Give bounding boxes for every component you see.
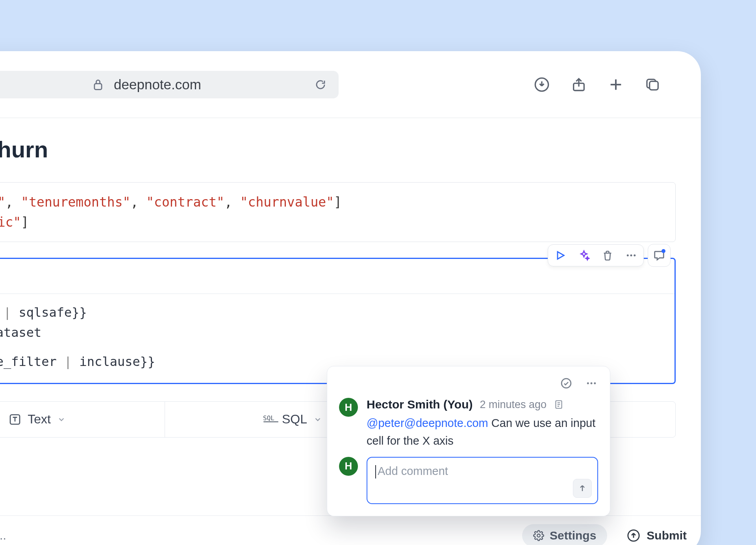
svg-point-12 [587, 382, 589, 384]
comment-author: Hector Smith (You) [367, 398, 472, 411]
chevron-down-icon [57, 415, 66, 424]
button-label: Settings [550, 529, 596, 542]
sparkle-icon[interactable] [577, 249, 591, 262]
svg-point-13 [591, 382, 593, 384]
new-tab-icon[interactable] [607, 76, 624, 93]
sql-block-icon: SQL [263, 413, 276, 426]
add-text-block-button[interactable]: Text [0, 402, 165, 437]
avatar: H [339, 398, 358, 417]
svg-point-6 [634, 255, 636, 257]
bottom-bar: ote AI... Settings Submit [0, 515, 701, 545]
lock-icon [89, 76, 107, 93]
comment-time: 2 minutes ago [480, 399, 547, 411]
trash-icon[interactable] [601, 249, 614, 262]
svg-rect-3 [650, 81, 658, 90]
comment-input-placeholder: Add comment [378, 465, 448, 477]
svg-text:SQL: SQL [263, 414, 274, 422]
comment-text: @peter@deepnote.com Can we use an input … [367, 414, 598, 450]
send-comment-button[interactable] [573, 479, 592, 498]
browser-toolbar: deepnote.com [0, 51, 701, 118]
more-icon[interactable] [624, 249, 638, 262]
avatar: H [339, 457, 358, 476]
browser-window: deepnote.com [0, 51, 701, 545]
cell-toolbar [548, 244, 671, 267]
comment-panel: H Hector Smith (You) 2 minutes ago @pete… [327, 366, 610, 516]
settings-button[interactable]: Settings [522, 524, 607, 545]
mention[interactable]: @peter@deepnote.com [367, 417, 488, 429]
comment-input[interactable]: Add comment [367, 457, 598, 504]
more-icon[interactable] [585, 377, 598, 390]
text-block-icon [9, 413, 21, 426]
address-bar-domain: deepnote.com [114, 77, 201, 92]
reload-icon[interactable] [312, 76, 329, 93]
code-line: "Fiber optic"] [0, 212, 666, 232]
chevron-down-icon [313, 415, 322, 424]
svg-point-4 [627, 255, 629, 257]
page-title: er churn [0, 118, 676, 182]
code-line: ly charges", "tenuremonths", "contract",… [0, 192, 666, 212]
address-bar[interactable]: deepnote.com [0, 71, 339, 98]
code-line: ia.telco_dataset [0, 323, 665, 343]
svg-point-11 [561, 379, 571, 388]
share-icon[interactable] [570, 76, 587, 93]
code-cell[interactable]: ly charges", "tenuremonths", "contract",… [0, 182, 676, 242]
svg-point-9 [537, 534, 540, 537]
button-label: SQL [282, 412, 307, 427]
button-label: Text [28, 412, 51, 427]
tabs-icon[interactable] [644, 76, 662, 93]
svg-rect-0 [94, 83, 102, 89]
svg-point-14 [594, 382, 596, 384]
submit-arrow-icon [627, 529, 640, 542]
svg-point-5 [630, 255, 632, 257]
sql-cell[interactable]: ble: df_1 umn_names) | sqlsafe}} ia.telc… [0, 258, 676, 384]
button-label: Submit [647, 529, 687, 542]
resolve-icon[interactable] [560, 377, 573, 390]
comment-item: H Hector Smith (You) 2 minutes ago @pete… [339, 398, 598, 450]
note-icon [554, 399, 564, 410]
submit-button[interactable]: Submit [627, 529, 687, 542]
downloads-icon[interactable] [533, 76, 550, 93]
code-line: umn_names) | sqlsafe}} [0, 303, 665, 323]
ai-prompt-fragment[interactable]: ote AI... [0, 529, 6, 542]
comment-icon[interactable] [648, 244, 671, 267]
gear-icon [533, 530, 544, 541]
run-icon[interactable] [554, 249, 567, 262]
